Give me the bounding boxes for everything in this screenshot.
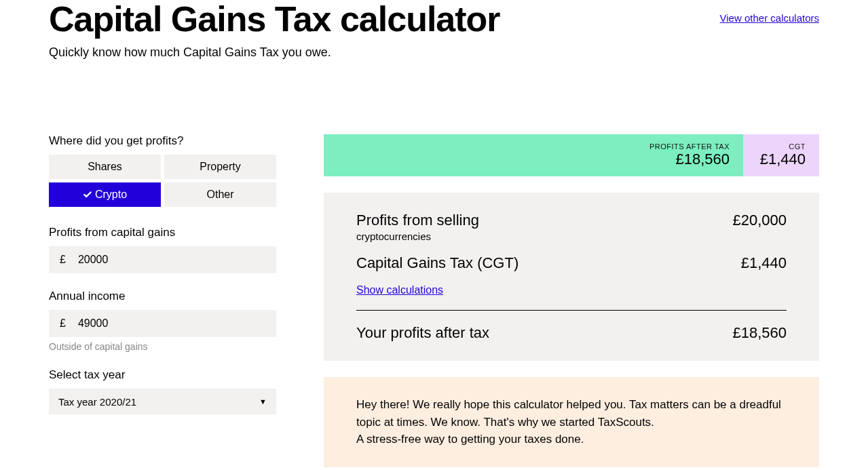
show-calculations-link[interactable]: Show calculations <box>356 284 443 296</box>
profits-amount-input[interactable] <box>78 254 265 266</box>
toggle-property[interactable]: Property <box>164 155 276 179</box>
check-icon <box>83 190 92 199</box>
tax-year-field: Select tax year Tax year 2020/21 ▼ <box>49 368 276 414</box>
annual-income-field: Annual income £ Outside of capital gains <box>49 290 276 352</box>
summary-bar: PROFITS AFTER TAX £18,560 CGT £1,440 <box>324 134 819 176</box>
profits-source-field: Where did you get profits? Shares Proper… <box>49 134 276 207</box>
profits-from-selling-value: £20,000 <box>732 212 787 229</box>
tax-year-select-wrap[interactable]: Tax year 2020/21 ▼ <box>49 389 276 414</box>
page-title: Capital Gains Tax calculator <box>49 0 500 39</box>
input-form: Where did you get profits? Shares Proper… <box>49 134 276 467</box>
promo-line1: Hey there! We really hope this calculato… <box>356 396 787 431</box>
toggle-other[interactable]: Other <box>164 182 276 207</box>
promo-card: Hey there! We really hope this calculato… <box>324 377 819 467</box>
result-row-cgt: Capital Gains Tax (CGT) £1,440 <box>356 254 787 272</box>
profits-amount-label: Profits from capital gains <box>49 226 276 239</box>
result-card: Profits from selling cryptocurrencies £2… <box>324 193 819 361</box>
summary-cgt-value: £1,440 <box>760 151 806 168</box>
page-subtitle: Quickly know how much Capital Gains Tax … <box>49 45 819 60</box>
summary-profits-label: PROFITS AFTER TAX <box>649 142 730 151</box>
annual-income-helper: Outside of capital gains <box>49 341 276 352</box>
results-panel: PROFITS AFTER TAX £18,560 CGT £1,440 Pro… <box>324 134 819 467</box>
toggle-crypto-label: Crypto <box>95 189 127 201</box>
tax-year-select[interactable]: Tax year 2020/21 <box>58 396 267 408</box>
toggle-crypto[interactable]: Crypto <box>49 182 161 207</box>
profits-source-label: Where did you get profits? <box>49 134 276 148</box>
annual-income-input-wrap[interactable]: £ <box>49 310 276 337</box>
profits-amount-field: Profits from capital gains £ <box>49 226 276 273</box>
result-row-after-tax: Your profits after tax £18,560 <box>356 324 787 342</box>
annual-income-input[interactable] <box>78 317 265 330</box>
summary-profits-value: £18,560 <box>675 151 730 168</box>
divider <box>356 310 787 311</box>
profits-from-selling-sublabel: cryptocurrencies <box>356 231 479 242</box>
result-row-profits: Profits from selling cryptocurrencies £2… <box>356 212 787 242</box>
toggle-shares[interactable]: Shares <box>49 155 161 179</box>
tax-year-label: Select tax year <box>49 368 276 382</box>
view-other-calculators-link[interactable]: View other calculators <box>720 12 819 24</box>
profits-after-tax-value: £18,560 <box>732 324 787 342</box>
profits-after-tax-label: Your profits after tax <box>356 324 489 342</box>
promo-line2: A stress-free way to getting your taxes … <box>356 431 787 448</box>
currency-prefix: £ <box>60 317 66 330</box>
summary-cgt-label: CGT <box>789 142 806 151</box>
profits-from-selling-label: Profits from selling <box>356 212 479 229</box>
currency-prefix: £ <box>60 254 66 266</box>
annual-income-label: Annual income <box>49 290 276 303</box>
cgt-label: Capital Gains Tax (CGT) <box>356 254 518 272</box>
cgt-value: £1,440 <box>741 254 787 272</box>
summary-cgt: CGT £1,440 <box>743 134 819 176</box>
summary-profits-after-tax: PROFITS AFTER TAX £18,560 <box>324 134 743 176</box>
profits-amount-input-wrap[interactable]: £ <box>49 246 276 273</box>
